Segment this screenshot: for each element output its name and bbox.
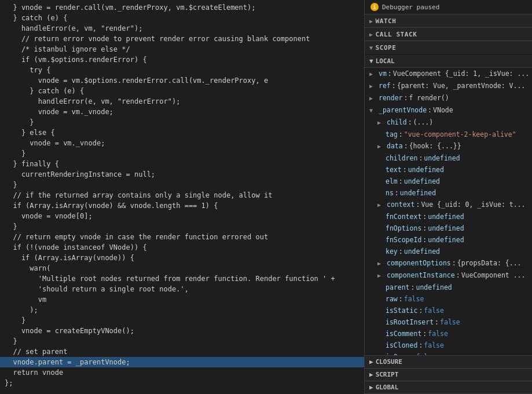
prop-colon: :: [399, 294, 403, 304]
scope-item[interactable]: isRootInsert: false: [365, 316, 532, 328]
prop-colon: :: [423, 223, 427, 234]
scope-arrow: ▶: [377, 258, 386, 269]
global-section[interactable]: ▶ Global: [365, 381, 532, 394]
code-line-text: if (!(vnode instanceof VNode)) {: [0, 243, 147, 251]
code-line: vm: [0, 294, 364, 305]
code-line: /* istanbul ignore else */: [0, 44, 364, 54]
prop-name: render: [379, 93, 403, 103]
code-line: vnode = vm._vnode;: [0, 107, 364, 117]
scope-item[interactable]: isStatic: false: [365, 305, 532, 316]
prop-name: elm: [386, 176, 398, 187]
bottom-sections: ▶ Closure ▶ Script ▶ Global ▶ Breakpoint…: [365, 356, 532, 394]
scope-section: ▼ Scope ▼ Local ▶ vm: VueComponent {_uid…: [365, 41, 532, 356]
prop-value: false: [416, 352, 436, 355]
scope-item[interactable]: ▶ componentInstance: VueComponent ...: [365, 269, 532, 282]
scope-item[interactable]: key: undefined: [365, 246, 532, 257]
scope-arrow: ▶: [377, 199, 386, 210]
code-line: handleError(e, vm, "render");: [0, 23, 364, 34]
code-line-text: }: [0, 316, 25, 324]
prop-name: data: [387, 141, 403, 151]
prop-name: componentOptions: [387, 258, 451, 268]
code-line-text: vnode = vnode[0];: [0, 212, 93, 220]
scope-item[interactable]: ▶ render: f render(): [365, 92, 532, 104]
scope-item[interactable]: ▶ componentOptions: {propsData: {...: [365, 257, 532, 269]
scope-arrow: ▶: [369, 93, 377, 104]
code-line: }: [0, 221, 364, 232]
code-line: }: [0, 315, 364, 326]
scope-item[interactable]: ▶ ref: {parent: Vue, _parentVnode: V...: [365, 80, 532, 92]
script-section[interactable]: ▶ Script: [365, 369, 532, 381]
prop-value: VueComponent {_uid: 1, _isVue: ...: [393, 68, 529, 79]
prop-value: VNode: [433, 105, 453, 115]
code-line-text: }: [0, 222, 17, 231]
code-line: [0, 388, 364, 394]
scope-header[interactable]: ▼ Scope: [365, 41, 532, 54]
code-line: if (Array.isArray(vnode) && vnode.length…: [0, 200, 364, 211]
code-line: warn(: [0, 263, 364, 273]
prop-value: false: [440, 317, 460, 327]
debug-panel: i Debugger paused ▶ Watch ▶ Call Stack ▼…: [365, 0, 532, 394]
watch-header[interactable]: ▶ Watch: [365, 14, 532, 27]
scope-item[interactable]: ▶ child: (...): [365, 116, 532, 129]
prop-value: f render(): [409, 93, 449, 103]
prop-name: componentInstance: [387, 270, 455, 280]
scope-item[interactable]: raw: false: [365, 293, 532, 305]
prop-name: isRootInsert: [386, 317, 434, 327]
scope-item[interactable]: isOnce: false: [365, 351, 532, 355]
callstack-section: ▶ Call Stack: [365, 28, 532, 41]
code-line: }: [0, 180, 364, 190]
code-line: currentRenderingInstance = null;: [0, 169, 364, 180]
prop-value: (...): [413, 117, 434, 127]
scope-item[interactable]: ▶ data: {hook: {...}}: [365, 140, 532, 152]
code-line-text: // return error vnode to prevent render …: [0, 35, 310, 43]
callstack-arrow: ▶: [369, 31, 373, 38]
code-line: } catch (e) {: [0, 13, 364, 23]
scope-label: Scope: [376, 44, 397, 52]
prop-colon: :: [423, 211, 427, 222]
script-arrow: ▶: [369, 371, 373, 378]
prop-name: raw: [386, 294, 398, 304]
code-line-text: } catch (e) {: [0, 87, 84, 95]
scope-item[interactable]: parent: undefined: [365, 282, 532, 293]
scope-local-content[interactable]: ▼ Local ▶ vm: VueComponent {_uid: 1, _is…: [365, 54, 532, 355]
prop-value: undefined: [404, 246, 440, 257]
code-line-text: }: [0, 181, 17, 189]
scope-item[interactable]: fnContext: undefined: [365, 211, 532, 222]
scope-item[interactable]: text: undefined: [365, 164, 532, 176]
local-label[interactable]: ▼ Local: [365, 55, 532, 68]
scope-item[interactable]: children: undefined: [365, 152, 532, 164]
prop-colon: :: [404, 141, 408, 151]
code-line: // set parent: [0, 346, 364, 357]
scope-item[interactable]: ns: undefined: [365, 187, 532, 199]
scope-item[interactable]: isComment: false: [365, 328, 532, 340]
prop-name: isOnce: [386, 352, 410, 355]
code-line: 'should return a single root node.',: [0, 284, 364, 294]
scope-item[interactable]: isCloned: false: [365, 340, 532, 351]
code-line: if (vm.$options.renderError) {: [0, 54, 364, 65]
callstack-header[interactable]: ▶ Call Stack: [365, 28, 532, 41]
prop-value: "vue-component-2-keep-alive": [404, 129, 516, 140]
prop-value: {propsData: {...: [457, 258, 522, 268]
prop-colon: :: [395, 188, 399, 198]
scope-item[interactable]: fnScopeId: undefined: [365, 234, 532, 246]
scope-item[interactable]: tag: "vue-component-2-keep-alive": [365, 129, 532, 140]
scope-item[interactable]: ▶ context: Vue {_uid: 0, _isVue: t...: [365, 199, 532, 211]
scope-item[interactable]: ▶ vm: VueComponent {_uid: 1, _isVue: ...: [365, 68, 532, 80]
code-line: }: [0, 148, 364, 159]
scope-item[interactable]: elm: undefined: [365, 176, 532, 187]
callstack-label: Call Stack: [376, 31, 417, 38]
prop-name: fnOptions: [386, 223, 421, 234]
prop-value: {parent: Vue, _parentVnode: V...: [397, 81, 526, 91]
scope-item[interactable]: fnOptions: undefined: [365, 222, 532, 234]
code-line: vnode.parent = _parentVnode;: [0, 357, 364, 367]
prop-name: text: [386, 165, 402, 175]
closure-section[interactable]: ▶ Closure: [365, 356, 532, 369]
scope-arrow: ▶: [377, 270, 386, 281]
global-arrow: ▶: [369, 384, 373, 391]
code-content[interactable]: } vnode = render.call(vm._renderProxy, v…: [0, 0, 364, 394]
scope-item[interactable]: ▼ _parentVnode: VNode: [365, 104, 532, 116]
prop-colon: :: [392, 81, 396, 91]
code-line: handleError(e, vm, "renderError");: [0, 96, 364, 107]
code-line-text: } catch (e) {: [0, 14, 67, 22]
scope-arrow: ▶: [369, 81, 377, 92]
